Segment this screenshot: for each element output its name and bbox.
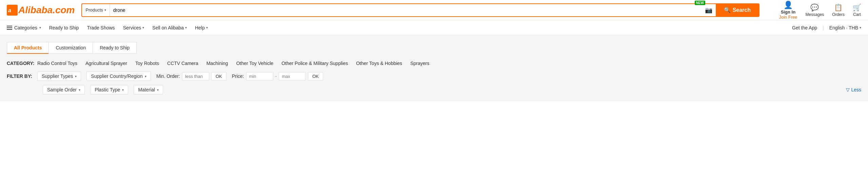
- alibaba-logo-icon[interactable]: a: [7, 5, 18, 16]
- new-badge: NEW: [695, 1, 705, 5]
- header-right: 👤 Sign In Join Free 💬 Messages 📋 Orders …: [766, 1, 861, 20]
- search-button[interactable]: 🔍 Search: [716, 4, 759, 16]
- search-bar: Products ▾ 📷 NEW 🔍 Search: [81, 3, 760, 17]
- supplier-country-chevron-icon: ▾: [145, 74, 146, 78]
- tab-ready-to-ship-label: Ready to Ship: [100, 45, 130, 50]
- nav-left: Categories ▾ Ready to Ship Trade Shows S…: [7, 25, 792, 30]
- nav-item-ready-to-ship[interactable]: Ready to Ship: [49, 25, 79, 30]
- sample-order-chevron-icon: ▾: [79, 88, 80, 92]
- category-cctv-camera[interactable]: CCTV Camera: [167, 61, 198, 66]
- category-label: CATEGORY:: [7, 61, 37, 66]
- category-police-military[interactable]: Other Police & Military Supplies: [281, 61, 348, 66]
- search-icon: 🔍: [724, 7, 731, 13]
- filter-by-row: FILTER BY: Supplier Types ▾ Supplier Cou…: [7, 71, 861, 81]
- logo-area: a Alibaba.com: [7, 5, 75, 16]
- cart-label: Cart: [853, 12, 861, 17]
- nav-divider: |: [823, 25, 824, 30]
- category-machining[interactable]: Machining: [206, 61, 228, 66]
- category-sprayers[interactable]: Sprayers: [410, 61, 429, 66]
- filter-section: All Products Customization Ready to Ship…: [0, 35, 868, 101]
- svg-text:a: a: [8, 7, 11, 13]
- second-filter-row: Sample Order ▾ Plastic Type ▾ Material ▾…: [7, 85, 861, 94]
- nav-right: Get the App | English · THB ▾: [792, 25, 861, 30]
- supplier-country-dropdown[interactable]: Supplier Country/Region ▾: [86, 71, 151, 81]
- messages-area[interactable]: 💬 Messages: [806, 3, 824, 17]
- products-dropdown[interactable]: Products ▾: [82, 4, 110, 16]
- language-selector[interactable]: English · THB ▾: [829, 25, 861, 30]
- help-chevron-icon: ▾: [206, 26, 208, 29]
- get-app-link[interactable]: Get the App: [792, 25, 817, 30]
- dropdown-chevron-icon: ▾: [104, 8, 106, 12]
- less-button[interactable]: ▽ Less: [846, 87, 861, 92]
- nav-item-services[interactable]: Services ▾: [123, 25, 144, 30]
- hamburger-icon: [7, 26, 12, 30]
- price-max-input[interactable]: [279, 72, 306, 81]
- plastic-type-label: Plastic Type: [95, 87, 120, 92]
- cart-icon: 🛒: [853, 3, 861, 12]
- less-label: Less: [851, 87, 861, 92]
- orders-icon: 📋: [834, 3, 843, 12]
- category-agricultural-sprayer[interactable]: Agricultural Sprayer: [85, 61, 127, 66]
- cart-area[interactable]: 🛒 Cart: [853, 3, 861, 17]
- min-order-label: Min. Order:: [156, 73, 180, 79]
- product-tabs: All Products Customization Ready to Ship: [7, 42, 861, 54]
- category-toy-robots[interactable]: Toy Robots: [135, 61, 159, 66]
- orders-label: Orders: [832, 12, 845, 17]
- sample-order-dropdown[interactable]: Sample Order ▾: [43, 85, 85, 94]
- sign-in-area[interactable]: 👤 Sign In Join Free: [779, 1, 797, 20]
- sell-chevron-icon: ▾: [185, 26, 187, 29]
- nav-item-trade-shows[interactable]: Trade Shows: [87, 25, 115, 30]
- price-separator: -: [275, 73, 277, 79]
- material-label: Material: [138, 87, 155, 92]
- tab-customization-label: Customization: [56, 45, 86, 50]
- orders-area[interactable]: 📋 Orders: [832, 3, 845, 17]
- plastic-type-chevron-icon: ▾: [122, 88, 124, 92]
- category-row: CATEGORY: Radio Control Toys Agricultura…: [7, 61, 861, 66]
- categories-chevron-icon: ▾: [39, 26, 41, 29]
- price-group: Price: - OK: [232, 72, 323, 81]
- sample-order-label: Sample Order: [47, 87, 77, 92]
- tab-customization[interactable]: Customization: [48, 42, 93, 54]
- price-min-input[interactable]: [246, 72, 273, 81]
- language-label: English · THB: [829, 25, 858, 30]
- supplier-types-dropdown[interactable]: Supplier Types ▾: [37, 71, 81, 81]
- messages-label: Messages: [806, 12, 824, 17]
- nav-item-sell-on-alibaba[interactable]: Sell on Alibaba ▾: [152, 25, 187, 30]
- min-order-input[interactable]: [182, 72, 209, 81]
- nav-item-services-label: Services: [123, 25, 141, 30]
- filter-by-label: FILTER BY:: [7, 73, 37, 79]
- categories-label: Categories: [14, 25, 37, 30]
- category-other-toy-vehicle[interactable]: Other Toy Vehicle: [236, 61, 273, 66]
- alibaba-name: Alibaba.com: [18, 5, 75, 16]
- category-radio-control-toys[interactable]: Radio Control Toys: [37, 61, 77, 66]
- price-label: Price:: [232, 73, 244, 79]
- plastic-type-dropdown[interactable]: Plastic Type ▾: [90, 85, 128, 94]
- language-chevron-icon: ▾: [860, 26, 861, 29]
- tab-all-products-label: All Products: [14, 45, 42, 50]
- supplier-country-label: Supplier Country/Region: [91, 73, 143, 79]
- category-toys-hobbies[interactable]: Other Toys & Hobbies: [356, 61, 402, 66]
- camera-icon[interactable]: 📷: [702, 6, 716, 14]
- nav-item-trade-shows-label: Trade Shows: [87, 25, 115, 30]
- nav-item-help-label: Help: [195, 25, 205, 30]
- tab-all-products[interactable]: All Products: [7, 42, 48, 54]
- nav-item-help[interactable]: Help ▾: [195, 25, 208, 30]
- categories-button[interactable]: Categories ▾: [7, 25, 41, 30]
- search-input[interactable]: [110, 4, 702, 16]
- filter-controls: Supplier Types ▾ Supplier Country/Region…: [37, 71, 323, 81]
- user-icon: 👤: [784, 1, 793, 9]
- category-items: Radio Control Toys Agricultural Sprayer …: [37, 61, 429, 66]
- alibaba-logo-text[interactable]: Alibaba.com: [18, 5, 75, 16]
- nav-item-ready-to-ship-label: Ready to Ship: [49, 25, 79, 30]
- min-order-group: Min. Order: OK: [156, 72, 226, 81]
- price-ok-button[interactable]: OK: [308, 72, 323, 81]
- second-filter-controls: Sample Order ▾ Plastic Type ▾ Material ▾: [7, 85, 163, 94]
- tab-ready-to-ship[interactable]: Ready to Ship: [93, 42, 137, 54]
- sign-in-label: Sign In: [781, 9, 795, 15]
- material-dropdown[interactable]: Material ▾: [134, 85, 163, 94]
- nav-item-sell-label: Sell on Alibaba: [152, 25, 184, 30]
- messages-icon: 💬: [810, 3, 819, 12]
- min-order-ok-button[interactable]: OK: [211, 72, 226, 81]
- join-free-label: Join Free: [779, 15, 797, 20]
- supplier-types-label: Supplier Types: [42, 73, 73, 79]
